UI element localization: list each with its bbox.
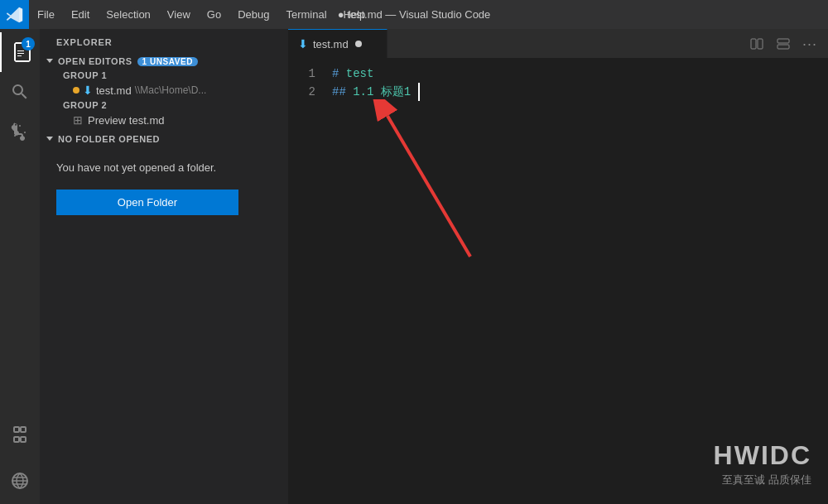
menu-selection[interactable]: Selection [98,0,158,29]
editor-tab-testmd[interactable]: ⬇ test.md [288,29,388,58]
text-cursor [411,83,419,101]
code-line-2: ## 1.1 标题1 [332,83,828,101]
menu-debug[interactable]: Debug [229,0,277,29]
file-name: test.md [96,84,132,97]
activity-search[interactable] [0,72,40,112]
no-folder-section: You have not yet opened a folder. Open F… [40,146,288,228]
h1-hash: # [332,65,339,83]
svg-rect-5 [758,39,763,49]
svg-rect-6 [777,39,789,43]
window-title: ● test.md — Visual Studio Code [338,8,491,21]
h2-text: 1.1 标题1 [346,83,411,101]
activity-bar: 1 [0,29,40,504]
activity-source-control[interactable] [0,112,40,151]
tab-actions: ··· [745,29,828,58]
h1-text: test [339,65,373,83]
download-icon: ⬇ [83,84,93,97]
h2-hash: ## [332,83,346,101]
activity-extensions[interactable] [0,415,40,454]
open-editors-triangle [46,59,53,66]
activity-remote[interactable] [0,461,40,501]
menu-bar: File Edit Selection View Go Debug Termin… [29,0,373,29]
group2-label[interactable]: GROUP 2 [40,98,288,112]
file-item-testmd[interactable]: ⬇ test.md \\Mac\Home\D... [40,82,288,98]
watermark: HWIDC 至真至诚 品质保佳 [714,440,811,487]
code-content[interactable]: # test ## 1.1 标题1 [325,58,828,504]
more-actions-button[interactable]: ··· [798,32,821,55]
watermark-subtitle: 至真至诚 品质保佳 [714,473,811,487]
tab-unsaved-dot [355,41,362,47]
activity-explorer[interactable]: 1 [0,32,40,72]
watermark-title: HWIDC [714,440,811,471]
menu-terminal[interactable]: Terminal [277,0,335,29]
line-number-2: 2 [288,83,315,101]
file-item-preview[interactable]: ⊞ Preview test.md [40,112,288,128]
code-line-1: # test [332,65,828,83]
title-bar: File Edit Selection View Go Debug Termin… [0,0,828,29]
group1-label[interactable]: GROUP 1 [40,69,288,82]
svg-rect-7 [777,45,789,49]
vscode-logo [0,0,29,29]
line-number-1: 1 [288,65,315,83]
code-editor[interactable]: 1 2 # test ## 1.1 标题1 [288,58,828,504]
sidebar-header: EXPLORER [40,29,288,54]
no-folder-label: NO FOLDER OPENED [58,134,160,144]
unsaved-badge: 1 UNSAVED [137,57,198,66]
tab-filename: test.md [313,38,349,50]
svg-rect-4 [751,39,756,49]
editor-layout-button[interactable] [772,32,795,55]
no-folder-header[interactable]: NO FOLDER OPENED [40,132,288,146]
line-numbers: 1 2 [288,58,325,504]
menu-edit[interactable]: Edit [63,0,98,29]
unsaved-dot [73,87,79,94]
main-layout: 1 [0,29,828,504]
open-folder-button[interactable]: Open Folder [56,190,238,215]
preview-icon: ⊞ [73,113,83,127]
menu-file[interactable]: File [29,0,63,29]
tab-download-icon: ⬇ [298,37,308,50]
tab-bar: ⬇ test.md ··· [288,29,828,58]
no-folder-triangle [46,137,53,144]
explorer-badge: 1 [22,37,35,50]
editor-area: ⬇ test.md ··· [288,29,828,504]
preview-name: Preview test.md [88,114,164,127]
open-editors-header[interactable]: OPEN EDITORS 1 UNSAVED [40,54,288,69]
menu-go[interactable]: Go [199,0,229,29]
open-editors-label: OPEN EDITORS [58,56,132,66]
menu-view[interactable]: View [159,0,199,29]
split-editor-button[interactable] [745,32,768,55]
no-folder-message: You have not yet opened a folder. [56,160,272,176]
sidebar: EXPLORER OPEN EDITORS 1 UNSAVED GROUP 1 … [40,29,288,504]
file-path: \\Mac\Home\D... [135,84,207,96]
